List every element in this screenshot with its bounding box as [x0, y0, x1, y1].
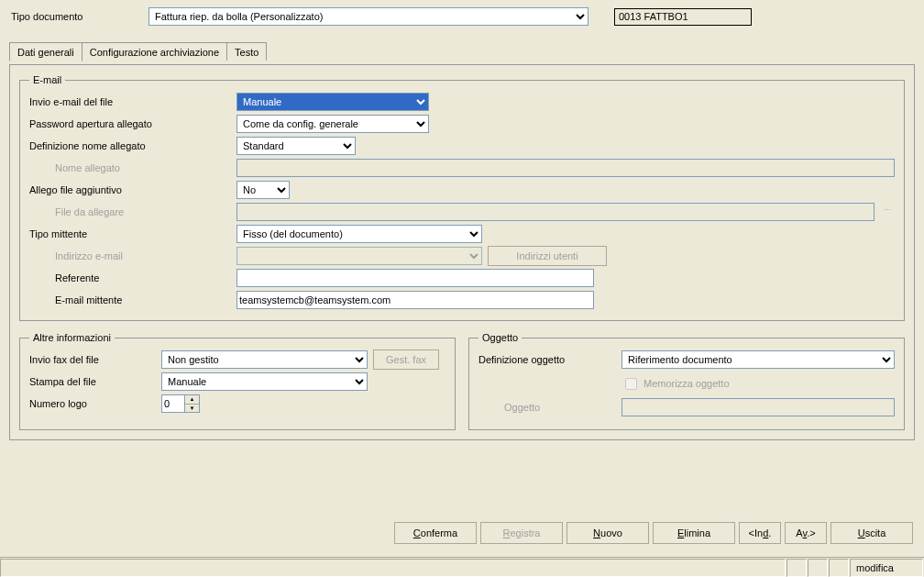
email-fieldset: E-mail Invio e-mail del file Manuale Pas… — [19, 74, 905, 321]
invio-email-select[interactable]: Manuale — [236, 93, 429, 111]
file-da-allegare-label: File da allegare — [29, 206, 231, 217]
email-mittente-label: E-mail mittente — [29, 294, 231, 305]
tipo-documento-select[interactable]: Fattura riep. da bolla (Personalizzato) — [148, 7, 588, 26]
tab-dati-generali[interactable]: Dati generali — [9, 42, 82, 61]
action-button-bar: Conferma Registra Nuovo Elimina <Ind. Av… — [394, 522, 913, 544]
status-pane-main — [0, 559, 786, 577]
document-code-field: 0013 FATTBO1 — [614, 8, 752, 26]
ind-button[interactable]: <Ind. — [739, 522, 781, 544]
invio-email-label: Invio e-mail del file — [29, 96, 231, 107]
password-label: Password apertura allegato — [29, 118, 231, 129]
tab-panel-dati-generali: E-mail Invio e-mail del file Manuale Pas… — [9, 64, 915, 440]
nome-allegato-label: Nome allegato — [29, 162, 231, 173]
conferma-button[interactable]: Conferma — [394, 522, 477, 544]
tab-configurazione-archiviazione[interactable]: Configurazione archiviazione — [82, 42, 227, 61]
nuovo-button[interactable]: Nuovo — [566, 522, 649, 544]
av-button[interactable]: Av.> — [785, 522, 827, 544]
indirizzo-email-select — [236, 247, 482, 265]
tab-testo[interactable]: Testo — [226, 42, 267, 61]
def-nome-allegato-label: Definizione nome allegato — [29, 140, 231, 151]
stampa-select[interactable]: Manuale — [161, 372, 368, 391]
status-pane-mode: modifica — [850, 559, 923, 577]
tipo-mittente-select[interactable]: Fisso (del documento) — [236, 225, 482, 243]
gest-fax-button: Gest. fax — [373, 350, 439, 370]
referente-label: Referente — [29, 272, 231, 283]
status-pane-2 — [808, 559, 828, 577]
password-select[interactable]: Come da config. generale — [236, 115, 429, 133]
oggetto-input — [622, 398, 895, 416]
referente-input[interactable] — [236, 269, 594, 287]
tipo-mittente-label: Tipo mittente — [29, 228, 231, 239]
memorizza-oggetto-check-icon — [625, 378, 637, 390]
status-pane-1 — [786, 559, 807, 577]
tab-strip: Dati generaliConfigurazione archiviazion… — [9, 42, 924, 64]
invio-fax-label: Invio fax del file — [29, 354, 156, 365]
file-da-allegare-input — [236, 203, 874, 221]
altre-informazioni-fieldset: Altre informazioni Invio fax del file No… — [19, 332, 456, 430]
elimina-button[interactable]: Elimina — [653, 522, 735, 544]
invio-fax-select[interactable]: Non gestito — [161, 350, 368, 369]
indirizzo-email-label: Indirizzo e-mail — [29, 250, 231, 261]
oggetto-fieldset: Oggetto Definizione oggetto Riferimento … — [468, 332, 905, 430]
spin-up-icon[interactable]: ▲ — [185, 395, 199, 405]
def-oggetto-label: Definizione oggetto — [478, 354, 616, 365]
tipo-documento-label: Tipo documento — [11, 11, 141, 22]
allego-aggiuntivo-select[interactable]: No — [236, 181, 290, 199]
status-pane-3 — [829, 559, 849, 577]
email-legend: E-mail — [29, 74, 65, 85]
memorizza-oggetto-checkbox: Memorizza oggetto — [622, 375, 730, 393]
stampa-label: Stampa del file — [29, 376, 156, 387]
numero-logo-input[interactable] — [161, 394, 185, 413]
oggetto-text-label: Oggetto — [478, 402, 616, 413]
uscita-button[interactable]: Uscita — [830, 522, 913, 544]
oggetto-legend: Oggetto — [478, 332, 522, 343]
indirizzi-utenti-button: Indirizzi utenti — [488, 246, 607, 266]
memorizza-oggetto-label: Memorizza oggetto — [644, 378, 730, 389]
numero-logo-label: Numero logo — [29, 398, 156, 409]
altre-legend: Altre informazioni — [29, 332, 115, 343]
numero-logo-spinner[interactable]: ▲ ▼ — [161, 394, 200, 413]
status-bar: modifica — [0, 557, 924, 577]
file-browse-icon: … — [880, 203, 895, 221]
def-oggetto-select[interactable]: Riferimento documento — [622, 350, 895, 369]
def-nome-allegato-select[interactable]: Standard — [236, 137, 356, 155]
email-mittente-input[interactable] — [236, 291, 594, 309]
spin-down-icon[interactable]: ▼ — [185, 405, 199, 413]
registra-button: Registra — [480, 522, 563, 544]
nome-allegato-input — [236, 159, 895, 177]
allego-aggiuntivo-label: Allego file aggiuntivo — [29, 184, 231, 195]
